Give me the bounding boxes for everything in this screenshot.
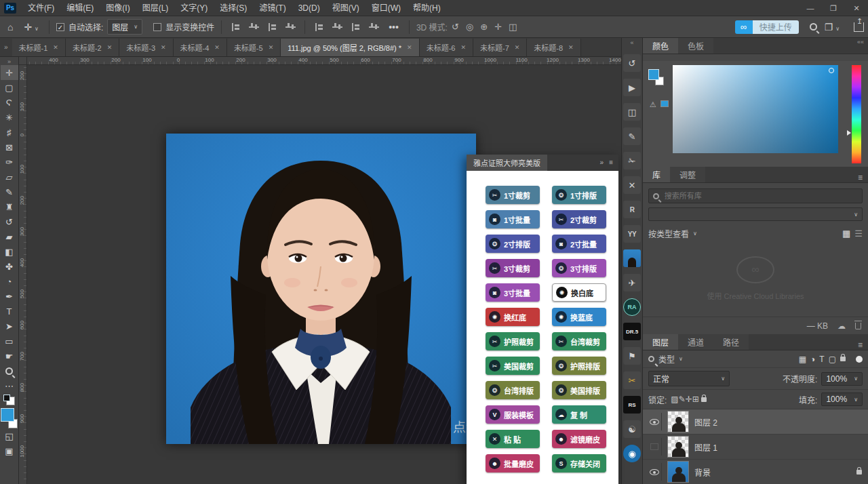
library-selector-dropdown[interactable]: ∨	[648, 207, 863, 221]
strip-collapse-icon[interactable]: «	[630, 39, 633, 47]
document-image[interactable]: 点评	[166, 134, 476, 444]
plugin-button-换蓝底[interactable]: ✺换蓝底	[552, 308, 606, 326]
menu-layer[interactable]: 图层(L)	[136, 3, 175, 13]
pixel-filter-icon[interactable]: ▦	[799, 355, 806, 364]
move-tool[interactable]: ✛	[1, 65, 18, 80]
panel-collapse-icon[interactable]: ««	[857, 39, 864, 45]
lens-panel[interactable]: ◉	[623, 445, 641, 462]
menu-type[interactable]: 文字(Y)	[174, 3, 214, 13]
move-tool-preset-icon[interactable]: ✛ ∨	[20, 20, 41, 34]
lock-transparent-pixels-icon[interactable]: ▨	[671, 395, 678, 404]
layer-thumbnail[interactable]	[667, 411, 689, 432]
gamut-color-swatch[interactable]	[660, 100, 669, 107]
device-panel[interactable]: ◫	[623, 103, 641, 121]
plugin-button-护照排版[interactable]: ❂护照排版	[552, 357, 606, 375]
plugin-button-1寸裁剪[interactable]: ✂1寸裁剪	[486, 186, 540, 204]
lock-artboard-icon[interactable]: ⊞	[692, 395, 699, 404]
plugin-button-滤镜磨皮[interactable]: ☻滤镜磨皮	[552, 430, 606, 448]
eyedropper-tool[interactable]: ✑	[1, 155, 18, 169]
delete-icon[interactable]	[855, 323, 861, 329]
plugin-button-1寸排版[interactable]: ❂1寸排版	[552, 186, 606, 204]
more-align-options-icon[interactable]: •••	[385, 20, 402, 34]
ra-panel[interactable]: RA	[623, 298, 641, 316]
auto-select-dropdown[interactable]: 图层∨	[107, 19, 142, 35]
document-tab[interactable]: 未标题-6✕	[420, 39, 473, 56]
plugin-button-粘 贴[interactable]: ✕粘 贴	[486, 430, 540, 448]
plugin-button-美国裁剪[interactable]: ✂美国裁剪	[486, 357, 540, 375]
menu-file[interactable]: 文件(F)	[22, 3, 60, 13]
document-tab[interactable]: 未标题-3✕	[119, 39, 173, 56]
align-top-icon[interactable]	[314, 23, 324, 31]
document-tab[interactable]: 未标题-7✕	[473, 39, 527, 56]
tab-overflow-icon[interactable]: »	[0, 43, 12, 56]
layer-thumbnail[interactable]	[667, 436, 689, 458]
plugin-panel-titlebar[interactable]: 雅点证照大师亮美版 » ≡	[467, 155, 618, 171]
visibility-toggle[interactable]	[647, 438, 662, 456]
library-tab-库[interactable]: 库	[643, 167, 670, 182]
layers-tab-图层[interactable]: 图层	[643, 334, 678, 350]
cloud-upload-button[interactable]: ∞ 快捷上传	[735, 20, 799, 34]
toolbar-collapse-icon[interactable]: »	[7, 58, 11, 65]
distribute-v-icon[interactable]	[369, 23, 379, 31]
more-tools[interactable]: ⋯	[1, 378, 18, 393]
zoom-tool[interactable]	[1, 363, 18, 378]
close-tab-icon[interactable]: ✕	[568, 44, 574, 51]
3d-scale-icon[interactable]: ◫	[509, 22, 517, 32]
hue-slider-marker[interactable]	[847, 130, 851, 136]
gold-brushes-panel[interactable]: ✂	[623, 371, 641, 389]
history-panel[interactable]: ↺	[623, 54, 641, 72]
opacity-field[interactable]: 100%∨	[821, 372, 863, 386]
close-tab-icon[interactable]: ✕	[53, 44, 58, 51]
eraser-tool[interactable]: ▰	[1, 229, 18, 244]
plugin-button-台湾排版[interactable]: ❂台湾排版	[486, 381, 540, 399]
color-tab-色板[interactable]: 色板	[678, 38, 713, 54]
show-transform-checkbox[interactable]	[153, 23, 161, 31]
layer-thumbnail[interactable]	[667, 461, 689, 483]
plugin-button-换红底[interactable]: ✺换红底	[486, 308, 540, 326]
align-right-icon[interactable]	[267, 23, 277, 31]
lasso-tool[interactable]: Ϛ	[1, 95, 18, 110]
crop-tool[interactable]: ♯	[1, 125, 18, 140]
color-swatches[interactable]	[1, 408, 18, 428]
document-tab[interactable]: 未标题-1✕	[12, 39, 66, 56]
sync-status-icon[interactable]: ☁	[837, 321, 846, 331]
layers-tab-通道[interactable]: 通道	[678, 334, 713, 350]
vertical-ruler[interactable]: 20010001002003004005006007008009001000	[19, 65, 27, 484]
lock-image-pixels-icon[interactable]: ✎	[679, 395, 686, 404]
view-by-type-dropdown-icon[interactable]: ∨	[693, 230, 697, 237]
3d-drag-icon[interactable]: ⊕	[480, 22, 488, 32]
blur-tool[interactable]: ✤	[1, 259, 18, 274]
plugin-menu-icon[interactable]: ≡	[609, 159, 613, 166]
frame-tool[interactable]: ⊠	[1, 140, 18, 155]
gamut-warning-icon[interactable]: ⚠	[650, 100, 656, 109]
lock-all-icon[interactable]	[701, 397, 707, 402]
type-tool[interactable]: T	[1, 304, 18, 319]
adjustment-filter-icon[interactable]: ◑	[810, 355, 815, 364]
marquee-tool[interactable]: ▢	[1, 80, 18, 95]
3d-roll-icon[interactable]: ◎	[466, 22, 473, 32]
horizontal-ruler[interactable]: 4003002001000100200300400500600700800900…	[27, 57, 621, 65]
share-icon[interactable]	[854, 22, 864, 32]
fill-field[interactable]: 100%∨	[821, 392, 863, 406]
pen-tool[interactable]: ✒	[1, 289, 18, 304]
quick-mask-button[interactable]: ◱	[1, 428, 18, 443]
blend-mode-dropdown[interactable]: 正常∨	[648, 371, 730, 386]
plugin-button-2寸批量[interactable]: ◙2寸批量	[552, 235, 606, 253]
menu-image[interactable]: 图像(I)	[100, 3, 136, 13]
yy-panel[interactable]: YY	[623, 225, 641, 243]
menu-help[interactable]: 帮助(H)	[407, 3, 447, 13]
filter-toggle-icon[interactable]	[856, 356, 863, 363]
plugin-button-换白底[interactable]: ✺换白底	[552, 283, 606, 302]
search-icon[interactable]	[810, 23, 817, 31]
libraries-menu-icon[interactable]: ≡	[858, 173, 868, 182]
yinyang-panel[interactable]: ☯	[623, 420, 641, 438]
layer-row-图层 1[interactable]: 图层 1	[643, 435, 868, 460]
list-view-icon[interactable]: ☰	[854, 228, 863, 239]
type-filter-icon[interactable]: T	[819, 355, 824, 364]
healing-brush-tool[interactable]: ▱	[1, 169, 18, 184]
x-panel[interactable]: ✕	[623, 176, 641, 194]
plugin-button-台湾裁剪[interactable]: ✂台湾裁剪	[552, 332, 606, 350]
smart-object-filter-icon[interactable]	[840, 357, 846, 361]
clone-stamp-tool[interactable]: ♜	[1, 199, 18, 214]
bird-panel[interactable]: ✈	[623, 274, 641, 291]
